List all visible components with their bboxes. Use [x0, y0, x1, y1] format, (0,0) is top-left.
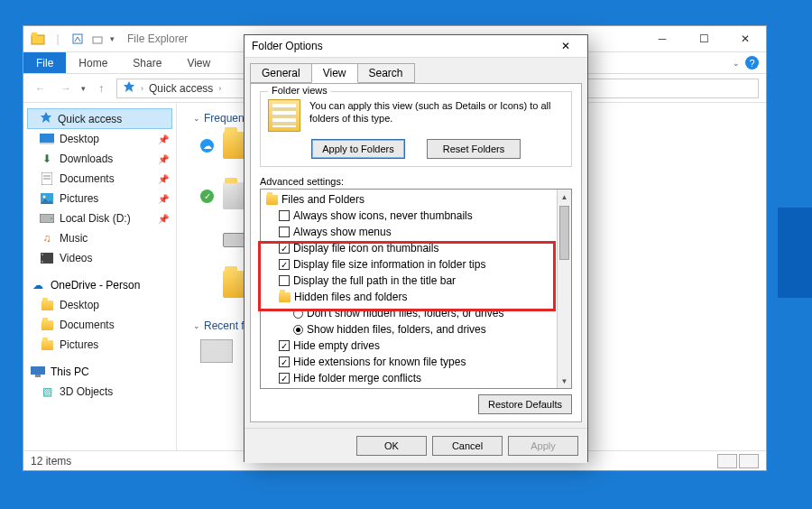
sidebar-onedrive[interactable]: ☁OneDrive - Person	[27, 275, 172, 295]
folder-options-dialog: Folder Options ✕ General View Search Fol…	[244, 34, 588, 462]
chevron-down-icon: ⌄	[193, 321, 200, 330]
tab-view[interactable]: View	[311, 63, 358, 83]
nav-up-icon[interactable]: ↑	[91, 79, 111, 98]
scroll-up-icon[interactable]: ▲	[558, 190, 571, 204]
qat-dropdown-icon[interactable]: ▾	[110, 34, 115, 43]
tree-checkbox[interactable]: ✓Display file size information in folder…	[263, 256, 555, 273]
radio-icon	[293, 309, 303, 319]
desktop-accent	[778, 208, 812, 298]
sidebar-item-od-desktop[interactable]: Desktop	[27, 295, 172, 315]
radio-selected-icon	[293, 325, 303, 335]
nav-back-icon[interactable]: ←	[31, 79, 51, 98]
help-icon[interactable]: ?	[745, 56, 759, 69]
checkbox-icon	[279, 210, 290, 221]
sidebar-item-local-disk[interactable]: Local Disk (D:)📌	[27, 208, 172, 228]
sidebar-item-label: Desktop	[60, 133, 99, 145]
checkbox-checked-icon: ✓	[279, 259, 290, 270]
checkbox-checked-icon: ✓	[279, 373, 290, 384]
tab-search[interactable]: Search	[357, 63, 415, 83]
tab-general[interactable]: General	[250, 63, 312, 83]
tab-share[interactable]: Share	[120, 52, 174, 73]
nav-forward-icon[interactable]: →	[56, 79, 76, 98]
close-button[interactable]: ✕	[724, 26, 766, 51]
sidebar-item-downloads[interactable]: ⬇Downloads📌	[27, 149, 172, 169]
cloud-sync-icon: ☁	[200, 139, 214, 153]
qat-properties-icon[interactable]	[70, 32, 85, 46]
tree-folder[interactable]: Files and Folders	[263, 191, 555, 208]
tab-file[interactable]: File	[23, 52, 66, 73]
sidebar-item-label: This PC	[51, 366, 89, 378]
checkbox-checked-icon: ✓	[279, 340, 290, 351]
status-item-count: 12 items	[31, 455, 71, 467]
advanced-settings-tree: Files and Folders Always show icons, nev…	[260, 189, 572, 389]
view-details-button[interactable]	[717, 454, 737, 468]
check-sync-icon: ✓	[200, 190, 214, 203]
apply-button[interactable]: Apply	[508, 436, 578, 456]
qat-new-folder-icon[interactable]	[90, 32, 105, 46]
tab-view[interactable]: View	[174, 52, 223, 73]
sidebar-item-desktop[interactable]: Desktop📌	[27, 129, 172, 149]
dialog-content: Folder views You can apply this view (su…	[250, 83, 582, 422]
dialog-titlebar[interactable]: Folder Options ✕	[245, 35, 587, 58]
reset-folders-button[interactable]: Reset Folders	[427, 139, 521, 159]
sidebar-item-od-pictures[interactable]: Pictures	[27, 335, 172, 355]
tree-checkbox[interactable]: ✓Hide empty drives	[263, 338, 555, 354]
sidebar-item-music[interactable]: ♫Music	[27, 228, 172, 248]
minimize-button[interactable]: ─	[641, 26, 683, 51]
tab-home[interactable]: Home	[66, 52, 120, 73]
sidebar-item-documents[interactable]: Documents📌	[27, 169, 172, 189]
quick-access-star-icon	[123, 80, 135, 96]
maximize-button[interactable]: ☐	[683, 26, 724, 51]
folder-views-icon	[268, 99, 300, 132]
tree-radio-dont-show[interactable]: Don't show hidden files, folders, or dri…	[263, 305, 555, 321]
sidebar-item-3d-objects[interactable]: ▧3D Objects	[27, 382, 172, 402]
scrollbar[interactable]: ▲ ▼	[557, 190, 571, 388]
tree-folder-hidden[interactable]: Hidden files and folders	[263, 289, 555, 305]
group-legend: Folder views	[268, 85, 331, 96]
apply-to-folders-button[interactable]: Apply to Folders	[311, 139, 405, 159]
chevron-right-icon[interactable]: ›	[141, 84, 143, 93]
scroll-down-icon[interactable]: ▼	[558, 374, 571, 388]
qat-divider: |	[51, 32, 65, 46]
breadcrumb-location: Quick access	[149, 82, 213, 95]
3d-objects-icon: ▧	[40, 384, 54, 399]
sidebar-item-label: Desktop	[60, 299, 99, 311]
pc-icon	[31, 365, 45, 379]
sidebar-item-videos[interactable]: Videos	[27, 248, 172, 268]
svg-rect-0	[32, 35, 44, 44]
svg-rect-16	[42, 254, 43, 255]
nav-history-icon[interactable]: ▾	[81, 84, 86, 93]
checkbox-icon	[279, 275, 290, 286]
sidebar-item-pictures[interactable]: Pictures📌	[27, 189, 172, 208]
scroll-thumb[interactable]	[559, 206, 569, 260]
dialog-close-button[interactable]: ✕	[551, 35, 580, 57]
folder-icon	[40, 318, 54, 332]
pin-icon: 📌	[158, 174, 169, 184]
restore-defaults-button[interactable]: Restore Defaults	[478, 394, 572, 414]
dialog-title: Folder Options	[252, 40, 323, 52]
ok-button[interactable]: OK	[356, 436, 427, 456]
svg-marker-5	[41, 112, 51, 123]
sidebar-item-od-documents[interactable]: Documents	[27, 315, 172, 335]
dialog-tabs: General View Search	[245, 58, 587, 83]
sidebar-item-label: Documents	[60, 172, 115, 185]
tree-checkbox[interactable]: ✓Hide folder merge conflicts	[263, 370, 555, 386]
tree-checkbox[interactable]: ✓Hide extensions for known file types	[263, 354, 555, 370]
tree-checkbox[interactable]: Always show menus	[263, 224, 555, 240]
tree-checkbox[interactable]: Always show icons, never thumbnails	[263, 208, 555, 224]
tree-checkbox[interactable]: Display the full path in the title bar	[263, 273, 555, 289]
chevron-right-icon[interactable]: ›	[218, 84, 221, 93]
ribbon-expand-icon[interactable]: ⌄	[733, 59, 740, 68]
sidebar-item-label: Pictures	[60, 338, 98, 351]
view-icons-button[interactable]	[739, 454, 759, 468]
drive-icon	[40, 211, 54, 226]
pin-icon: 📌	[158, 194, 169, 204]
checkbox-checked-icon: ✓	[279, 243, 290, 254]
cancel-button[interactable]: Cancel	[432, 436, 503, 456]
sidebar-this-pc[interactable]: This PC	[27, 362, 172, 382]
tree-checkbox[interactable]: ✓Display file icon on thumbnails	[263, 240, 555, 256]
pictures-icon	[40, 191, 54, 206]
svg-rect-18	[31, 366, 45, 375]
sidebar-quick-access[interactable]: Quick access	[27, 108, 172, 129]
tree-radio-show-hidden[interactable]: Show hidden files, folders, and drives	[263, 321, 555, 338]
